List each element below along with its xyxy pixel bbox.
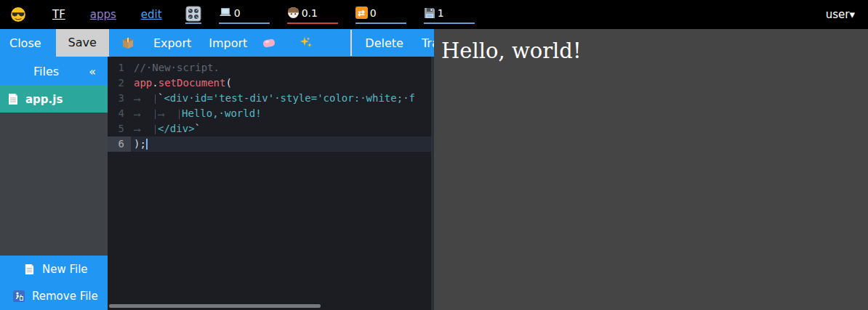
- import-button[interactable]: Import: [209, 36, 247, 50]
- metric-ram[interactable]: 0.1: [287, 5, 338, 24]
- app-window: TF apps edit 0: [0, 0, 868, 310]
- line-number: 5: [108, 121, 131, 136]
- laptop-icon: [219, 7, 232, 18]
- sunglasses-emoji-icon[interactable]: [10, 7, 26, 23]
- vertical-scrollbar-track[interactable]: [431, 57, 434, 310]
- code-token: (: [225, 77, 231, 89]
- code-token: app: [134, 77, 152, 89]
- code-token: <div·id='test-div'·style='color:·white;·…: [164, 92, 415, 104]
- code-text: app.setDocument(: [131, 76, 232, 91]
- new-file-label: New File: [42, 263, 88, 276]
- line-number: 2: [108, 76, 131, 91]
- preview-hello-text: Hello, world!: [441, 38, 861, 63]
- new-file-button[interactable]: New File: [0, 256, 108, 282]
- file-item-appjs[interactable]: app.js: [0, 86, 108, 113]
- code-line-2[interactable]: 2app.setDocument(: [108, 76, 434, 91]
- metric-saves-value: 1: [438, 7, 444, 19]
- delete-button[interactable]: Delete: [365, 36, 403, 50]
- tab-indicator-icon: ⟶: [134, 110, 156, 119]
- tab-indicator-icon: ⟶: [158, 110, 180, 119]
- metric-saves[interactable]: 1: [424, 5, 475, 24]
- code-token: </div>: [158, 123, 195, 134]
- package-icon[interactable]: [121, 36, 134, 49]
- close-button[interactable]: Close: [9, 36, 41, 50]
- repeat-icon: ⇄: [355, 7, 368, 19]
- code-line-5[interactable]: 5⟶</div>`: [108, 121, 434, 136]
- files-sidebar: Files « app.js: [0, 57, 108, 310]
- line-number: 3: [108, 91, 131, 106]
- line-number: 4: [108, 106, 131, 121]
- code-line-6[interactable]: 6);: [108, 136, 434, 152]
- editor-toolbar: Close Save Export Import: [0, 29, 434, 57]
- link-edit[interactable]: edit: [141, 8, 162, 21]
- line-number: 6: [108, 136, 131, 152]
- tab-indicator-icon: ⟶: [134, 125, 156, 134]
- save-button[interactable]: Save: [56, 29, 109, 57]
- blank-button[interactable]: [350, 30, 352, 56]
- floppy-disk-icon: [424, 7, 435, 19]
- files-title: Files: [33, 65, 59, 78]
- user-menu[interactable]: user▾: [826, 8, 855, 21]
- code-text: //·New·script.: [131, 60, 220, 76]
- collapse-sidebar-icon[interactable]: «: [89, 65, 96, 78]
- link-tf[interactable]: TF: [52, 8, 65, 21]
- app-preview-pane: Hello, world!: [434, 29, 868, 310]
- litter-bin-icon: [13, 290, 25, 302]
- code-token: .: [152, 77, 158, 89]
- code-line-1[interactable]: 1//·New·script.: [108, 60, 434, 76]
- code-text: ⟶⟶Hello,·world!: [131, 106, 262, 121]
- code-token: setDocument: [158, 77, 226, 89]
- code-text: ⟶</div>`: [131, 121, 201, 136]
- control-knobs-icon[interactable]: [185, 6, 201, 24]
- file-name: app.js: [25, 93, 63, 106]
- code-text: );: [131, 136, 148, 152]
- sparkles-icon[interactable]: [300, 36, 313, 49]
- sidebar-filler: [0, 113, 108, 256]
- code-line-4[interactable]: 4⟶⟶Hello,·world!: [108, 106, 434, 121]
- metric-ram-value: 0.1: [302, 7, 318, 19]
- metric-cpu-value: 0: [234, 7, 241, 19]
- tab-indicator-icon: ⟶: [134, 94, 156, 104]
- code-line-3[interactable]: 3⟶`<div·id='test-div'·style='color:·whit…: [108, 91, 434, 106]
- page-icon: [24, 264, 35, 275]
- code-token: `: [195, 123, 201, 134]
- code-token: //·New·script.: [134, 62, 220, 73]
- code-editor[interactable]: 1//·New·script.2app.setDocument(3⟶`<div·…: [108, 57, 434, 310]
- files-header: Files «: [0, 57, 108, 86]
- link-apps[interactable]: apps: [90, 8, 116, 21]
- main-area: Close Save Export Import: [0, 29, 868, 310]
- editor-pane: Close Save Export Import: [0, 29, 434, 310]
- horizontal-scrollbar[interactable]: [109, 304, 321, 308]
- top-bar: TF apps edit 0: [0, 0, 868, 29]
- metric-repeat-value: 0: [370, 7, 377, 19]
- editor-content: Files « app.js: [0, 57, 434, 310]
- code-token: Hello,·world!: [182, 107, 262, 119]
- text-cursor: [146, 139, 148, 150]
- line-number: 1: [108, 60, 131, 76]
- metric-repeat[interactable]: ⇄ 0: [355, 5, 406, 24]
- export-button[interactable]: Export: [153, 36, 191, 50]
- soap-icon[interactable]: [262, 37, 276, 49]
- code-text: ⟶`<div·id='test-div'·style='color:·white…: [131, 91, 415, 106]
- code-lines: 1//·New·script.2app.setDocument(3⟶`<div·…: [108, 60, 434, 152]
- metric-cpu[interactable]: 0: [219, 5, 270, 24]
- remove-file-label: Remove File: [32, 290, 98, 303]
- code-token: );: [134, 138, 146, 150]
- file-page-icon: [7, 93, 19, 105]
- ram-icon: [287, 7, 300, 19]
- remove-file-button[interactable]: Remove File: [0, 282, 108, 310]
